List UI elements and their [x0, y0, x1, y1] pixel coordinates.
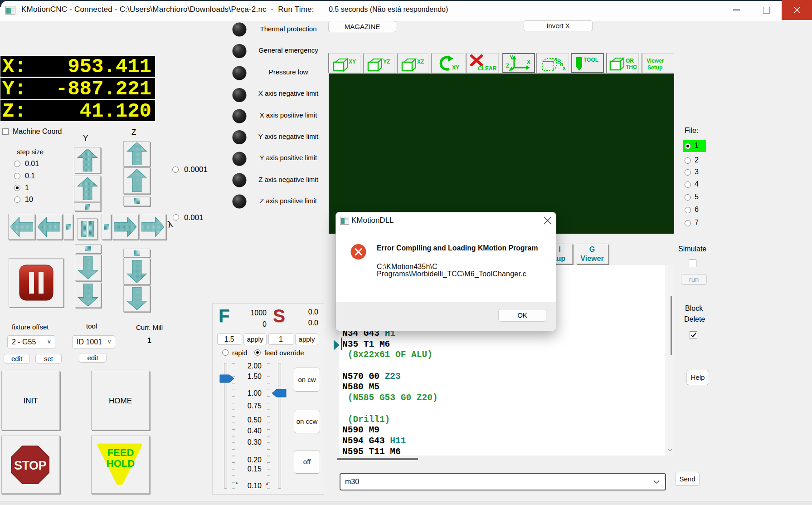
svg-text:XZ: XZ	[417, 59, 424, 65]
svg-text:OR: OR	[626, 58, 634, 64]
svg-text:Z: Z	[506, 63, 509, 69]
svg-text:HOLD: HOLD	[107, 458, 135, 469]
svg-text:TOOL: TOOL	[583, 57, 598, 63]
svg-text:CLEAR: CLEAR	[478, 65, 497, 72]
svg-text:FEED: FEED	[107, 447, 134, 458]
svg-text:XY: XY	[349, 59, 356, 65]
svg-text:Setup: Setup	[647, 64, 662, 71]
svg-text:Viewer: Viewer	[647, 58, 664, 64]
svg-text:STOP: STOP	[14, 459, 47, 472]
svg-text:XY: XY	[452, 64, 459, 71]
svg-text:Y: Y	[510, 55, 513, 61]
svg-text:THO: THO	[626, 64, 637, 70]
svg-text:x: x	[563, 65, 566, 71]
svg-text:X: X	[527, 59, 530, 65]
svg-text:YZ: YZ	[383, 59, 390, 65]
